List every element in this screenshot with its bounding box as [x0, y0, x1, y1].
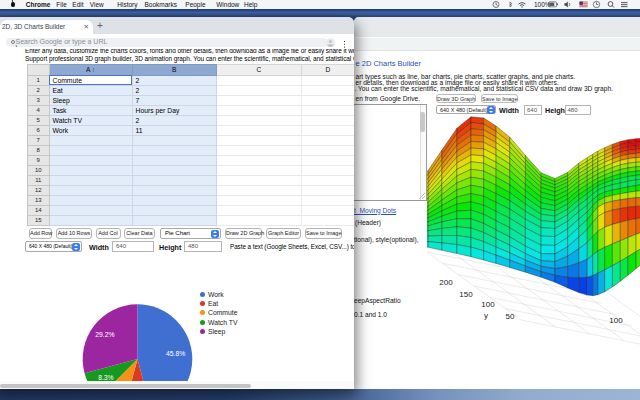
svg-text:150: 150: [459, 290, 473, 299]
svg-text:29.2%: 29.2%: [95, 330, 114, 337]
svg-text:8.3%: 8.3%: [98, 373, 114, 380]
svg-text:50: 50: [506, 312, 515, 321]
svg-text:100: 100: [609, 316, 623, 325]
svg-text:100: 100: [481, 300, 495, 309]
svg-text:45.8%: 45.8%: [166, 350, 185, 357]
svg-text:y: y: [484, 311, 488, 320]
svg-text:200: 200: [439, 278, 453, 287]
